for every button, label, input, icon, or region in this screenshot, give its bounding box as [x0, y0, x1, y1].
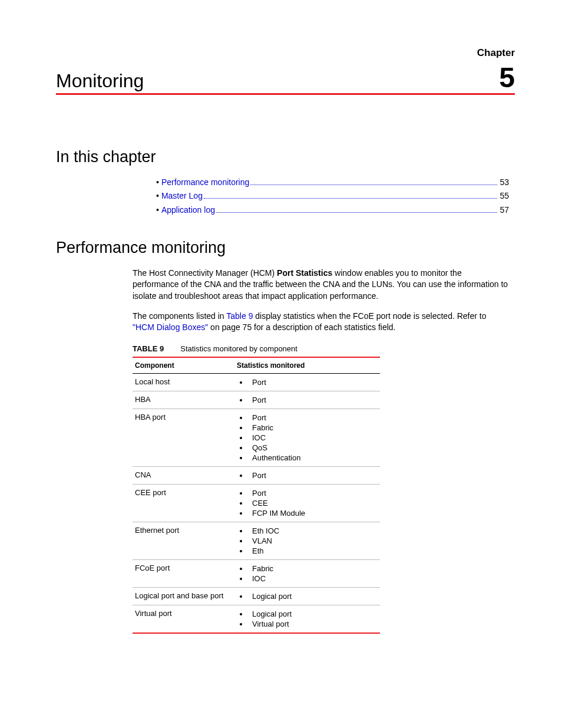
document-page: Chapter Monitoring 5 In this chapter • P… [0, 0, 562, 728]
toc-leader-dots [204, 191, 497, 199]
table-row: HBAPort [133, 391, 380, 409]
statistics-item: Eth [249, 546, 378, 556]
statistics-item: Fabric [249, 423, 378, 433]
toc-page-number: 53 [500, 177, 509, 187]
table-row: Logical port and base portLogical port [133, 587, 380, 605]
statistics-list: Port [237, 395, 378, 405]
cross-reference-link[interactable]: "HCM Dialog Boxes" [133, 322, 208, 332]
table-row: CEE portPortCEEFCP IM Module [133, 484, 380, 522]
component-cell: Logical port and base port [133, 587, 234, 605]
table-row: FCoE portFabricIOC [133, 559, 380, 587]
statistics-item: Port [249, 395, 378, 405]
component-cell: CNA [133, 466, 234, 484]
statistics-cell: Logical port [234, 587, 380, 605]
bullet-icon: • [156, 177, 159, 187]
cross-reference-link[interactable]: Table 9 [226, 311, 253, 321]
statistics-item: IOC [249, 433, 378, 443]
table-row: HBA portPortFabricIOCQoSAuthentication [133, 409, 380, 466]
bullet-icon: • [156, 191, 159, 200]
statistics-item: Port [249, 413, 378, 423]
statistics-list: Logical portVirtual port [237, 609, 378, 629]
table-row: Ethernet portEth IOCVLANEth [133, 522, 380, 559]
toc-link[interactable]: Application log [161, 205, 215, 215]
chapter-number: 5 [499, 64, 515, 92]
statistics-item: Port [249, 470, 378, 480]
component-cell: Local host [133, 373, 234, 391]
section-heading-performance-monitoring: Performance monitoring [56, 239, 515, 257]
statistics-item: FCP IM Module [249, 508, 378, 518]
chapter-header: Monitoring 5 [56, 64, 515, 95]
toc-link[interactable]: Master Log [161, 191, 203, 200]
statistics-item: VLAN [249, 536, 378, 546]
chapter-title: Monitoring [56, 70, 144, 92]
statistics-cell: Eth IOCVLANEth [234, 522, 380, 559]
component-cell: Ethernet port [133, 522, 234, 559]
text-run: display statistics when the FCoE port no… [253, 311, 486, 321]
statistics-item: CEE [249, 498, 378, 508]
table-row: CNAPort [133, 466, 380, 484]
statistics-item: Fabric [249, 564, 378, 574]
statistics-cell: Port [234, 466, 380, 484]
statistics-item: Port [249, 377, 378, 387]
toc-link[interactable]: Performance monitoring [161, 177, 249, 187]
statistics-list: Logical port [237, 591, 378, 601]
table-row: Virtual portLogical portVirtual port [133, 605, 380, 633]
bold-text: Port Statistics [277, 268, 332, 278]
table-caption: TABLE 9Statistics monitored by component [133, 344, 515, 353]
text-run: The components listed in [133, 311, 226, 321]
statistics-item: Eth IOC [249, 526, 378, 536]
statistics-item: Logical port [249, 609, 378, 619]
paragraph: The components listed in Table 9 display… [133, 311, 509, 334]
paragraph: The Host Connectivity Manager (HCM) Port… [133, 268, 509, 302]
text-run: The Host Connectivity Manager (HCM) [133, 268, 277, 278]
statistics-item: Logical port [249, 591, 378, 601]
table-row: Local hostPort [133, 373, 380, 391]
statistics-item: IOC [249, 574, 378, 584]
toc-list: • Performance monitoring 53 • Master Log… [156, 177, 509, 215]
table-header-statistics: Statistics monitored [234, 357, 380, 374]
statistics-cell: Logical portVirtual port [234, 605, 380, 633]
toc-leader-dots [216, 205, 497, 213]
statistics-cell: PortFabricIOCQoSAuthentication [234, 409, 380, 466]
toc-page-number: 55 [500, 191, 509, 200]
statistics-list: Port [237, 377, 378, 387]
statistics-list: Eth IOCVLANEth [237, 526, 378, 556]
statistics-list: PortCEEFCP IM Module [237, 488, 378, 518]
component-cell: HBA [133, 391, 234, 409]
statistics-item: Virtual port [249, 619, 378, 629]
statistics-cell: PortCEEFCP IM Module [234, 484, 380, 522]
component-cell: Virtual port [133, 605, 234, 633]
component-cell: CEE port [133, 484, 234, 522]
statistics-item: Authentication [249, 453, 378, 463]
statistics-cell: Port [234, 391, 380, 409]
toc-leader-dots [250, 177, 497, 185]
component-cell: FCoE port [133, 559, 234, 587]
bullet-icon: • [156, 205, 159, 215]
toc-item: • Performance monitoring 53 [156, 177, 509, 187]
statistics-list: FabricIOC [237, 564, 378, 584]
statistics-cell: FabricIOC [234, 559, 380, 587]
statistics-item: Port [249, 488, 378, 498]
statistics-item: QoS [249, 443, 378, 453]
chapter-label: Chapter [56, 47, 515, 59]
toc-item: • Master Log 55 [156, 191, 509, 202]
section-heading-in-this-chapter: In this chapter [56, 148, 515, 166]
statistics-table: Component Statistics monitored Local hos… [133, 357, 380, 634]
statistics-cell: Port [234, 373, 380, 391]
table-caption-text: Statistics monitored by component [180, 344, 297, 353]
table-header-component: Component [133, 357, 234, 374]
statistics-list: Port [237, 470, 378, 480]
table-number: TABLE 9 [133, 344, 164, 353]
toc-item: • Application log 57 [156, 205, 509, 215]
toc-page-number: 57 [500, 205, 509, 215]
statistics-list: PortFabricIOCQoSAuthentication [237, 413, 378, 463]
text-run: on page 75 for a description of each sta… [208, 322, 395, 332]
component-cell: HBA port [133, 409, 234, 466]
